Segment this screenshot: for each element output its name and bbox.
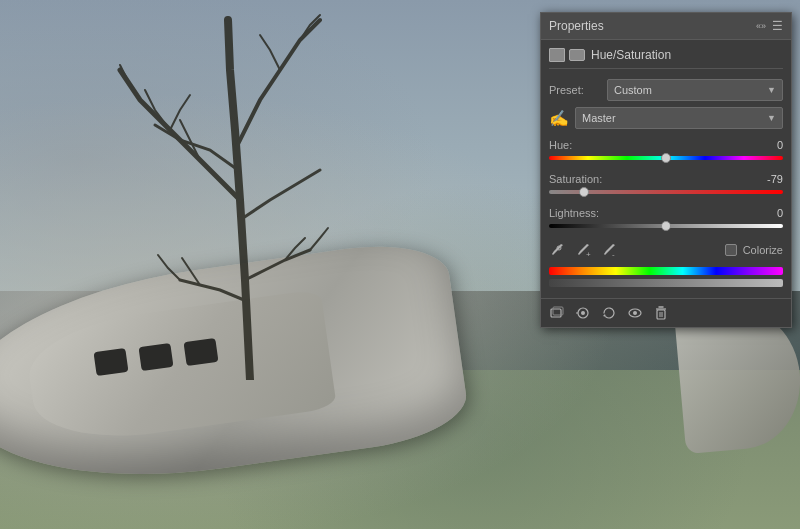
colorize-label: Colorize [743,244,783,256]
footer-icons [549,305,669,321]
hand-cursor-icon[interactable]: ✍ [549,109,569,128]
eyedropper-tool[interactable] [549,241,567,259]
collapse-icon[interactable]: «» [756,21,766,31]
lightness-label: Lightness: [549,207,599,219]
preset-select[interactable]: Custom ▼ [607,79,783,101]
channel-dropdown-arrow: ▼ [767,113,776,123]
camera-icon [569,49,585,61]
delete-icon[interactable] [653,305,669,321]
saturation-label: Saturation: [549,173,602,185]
panel-body: Hue/Saturation Preset: Custom ▼ ✍ Master… [541,40,791,298]
preset-dropdown-arrow: ▼ [767,85,776,95]
svg-rect-10 [657,310,665,319]
panel-header-icons: «» ☰ [756,19,783,33]
light-label-row: Lightness: 0 [549,207,783,219]
preset-label: Preset: [549,84,607,96]
hue-slider-row: Hue: 0 [549,139,783,163]
light-slider-thumb[interactable] [661,221,671,231]
section-title-row: Hue/Saturation [549,48,783,69]
layer-icon [549,48,565,62]
hue-label-row: Hue: 0 [549,139,783,151]
panel-header: Properties «» ☰ [541,13,791,40]
section-icons [549,48,585,62]
visibility-icon[interactable] [627,305,643,321]
svg-text:-: - [612,250,615,257]
saturation-slider-row: Saturation: -79 [549,173,783,197]
svg-point-6 [581,311,585,315]
hue-slider-track[interactable] [549,153,783,163]
section-label: Hue/Saturation [591,48,671,62]
preset-row: Preset: Custom ▼ [549,79,783,101]
saturation-value: -79 [755,173,783,185]
panel-title: Properties [549,19,604,33]
hue-slider-thumb[interactable] [661,153,671,163]
lightness-slider-track[interactable] [549,221,783,231]
colorize-row: Colorize [725,244,783,256]
clip-layer-icon[interactable] [549,305,565,321]
hue-color-strip [549,267,783,275]
preset-value: Custom [614,84,652,96]
svg-point-9 [633,311,637,315]
lightness-value: 0 [755,207,783,219]
properties-panel: Properties «» ☰ Hue/Saturation Preset: C… [540,12,792,328]
channel-value: Master [582,112,616,124]
remove-sample-tool[interactable]: - [601,241,619,259]
hue-label: Hue: [549,139,572,151]
colorize-checkbox[interactable] [725,244,737,256]
sat-label-row: Saturation: -79 [549,173,783,185]
saturation-slider-track[interactable] [549,187,783,197]
panel-footer [541,298,791,327]
menu-icon[interactable]: ☰ [772,19,783,33]
tree [100,0,400,380]
reset-icon[interactable] [601,305,617,321]
sat-slider-thumb[interactable] [579,187,589,197]
add-sample-tool[interactable]: + [575,241,593,259]
result-color-strip [549,279,783,287]
channel-select[interactable]: Master ▼ [575,107,783,129]
channel-row: ✍ Master ▼ [549,107,783,129]
view-previous-icon[interactable] [575,305,591,321]
lightness-slider-row: Lightness: 0 [549,207,783,231]
svg-text:+: + [586,250,591,257]
hue-value: 0 [755,139,783,151]
tools-row: + - Colorize [549,241,783,259]
